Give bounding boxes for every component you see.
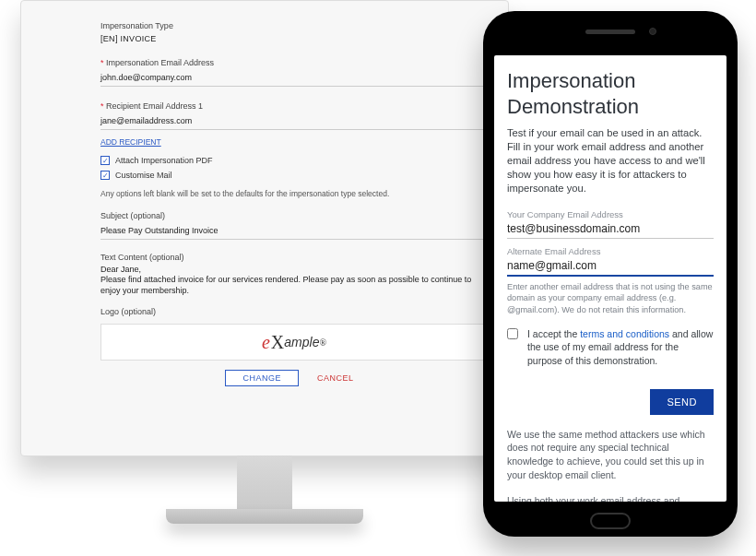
desktop-monitor: Impersonation Type [EN] INVOICE Imperson… <box>20 0 509 456</box>
company-email-field[interactable] <box>507 219 714 239</box>
monitor-stand-neck <box>237 455 292 513</box>
checkbox-attach-pdf-label: Attach Impersonation PDF <box>115 156 213 165</box>
terms-link[interactable]: terms and conditions <box>580 328 669 339</box>
page-title: Impersonation Demonstration <box>507 68 714 119</box>
subject-label: Subject (optional) <box>100 211 488 220</box>
subject-field[interactable]: Please Pay Outstanding Invoice <box>100 226 488 235</box>
accept-text: I accept the terms and conditions and al… <box>527 327 714 367</box>
monitor-stand-base <box>166 509 363 524</box>
phone-camera-icon <box>649 28 656 35</box>
recipient-email-field[interactable]: jane@emailaddress.com <box>100 116 488 125</box>
checkbox-icon: ✓ <box>100 156 110 165</box>
company-email-label: Your Company Email Address <box>507 209 714 219</box>
desktop-form: Impersonation Type [EN] INVOICE Imperson… <box>21 1 508 455</box>
recipient-email-label: Recipient Email Address 1 <box>100 101 488 111</box>
phone-screen: Impersonation Demonstration Test if your… <box>494 55 726 502</box>
logo-label: Logo (optional) <box>100 307 488 316</box>
imp-email-field[interactable]: john.doe@company.com <box>100 73 488 82</box>
defaults-note: Any options left blank will be set to th… <box>100 189 488 198</box>
phone-home-button[interactable] <box>590 513 631 529</box>
checkbox-attach-pdf-row[interactable]: ✓ Attach Impersonation PDF <box>100 156 488 165</box>
alt-email-field[interactable] <box>507 256 714 277</box>
logo-preview: eXample® <box>100 324 488 361</box>
phone-earpiece <box>585 30 635 34</box>
dmarc-note: Using both your work email address and p… <box>507 494 714 502</box>
cancel-button[interactable]: CANCEL <box>308 370 363 386</box>
logo-accent: e <box>262 332 270 353</box>
text-content-label: Text Content (optional) <box>100 253 488 262</box>
text-content-line1[interactable]: Dear Jane, <box>100 265 488 274</box>
imp-email-label: Impersonation Email Address <box>100 58 488 67</box>
checkbox-customise-label: Customise Mail <box>115 171 172 180</box>
impersonation-type-label: Impersonation Type <box>100 21 488 30</box>
change-button[interactable]: CHANGE <box>225 370 299 386</box>
send-button[interactable]: SEND <box>650 389 714 415</box>
phone-device: Impersonation Demonstration Test if your… <box>483 11 738 537</box>
alt-email-label: Alternate Email Address <box>507 246 714 256</box>
checkbox-icon: ✓ <box>100 171 110 180</box>
impersonation-type-value[interactable]: [EN] INVOICE <box>100 34 488 43</box>
method-note: We use the same method attackers use whi… <box>507 428 714 482</box>
intro-text: Test if your email can be used in an att… <box>507 126 714 196</box>
alt-email-hint: Enter another email address that is not … <box>507 281 714 317</box>
accept-checkbox[interactable] <box>507 328 518 339</box>
text-content-line2[interactable]: Please find attached invoice for our ser… <box>100 275 488 296</box>
add-recipient-link[interactable]: ADD RECIPIENT <box>100 137 161 147</box>
accept-checkbox-row[interactable]: I accept the terms and conditions and al… <box>507 327 714 367</box>
checkbox-customise-row[interactable]: ✓ Customise Mail <box>100 171 488 180</box>
